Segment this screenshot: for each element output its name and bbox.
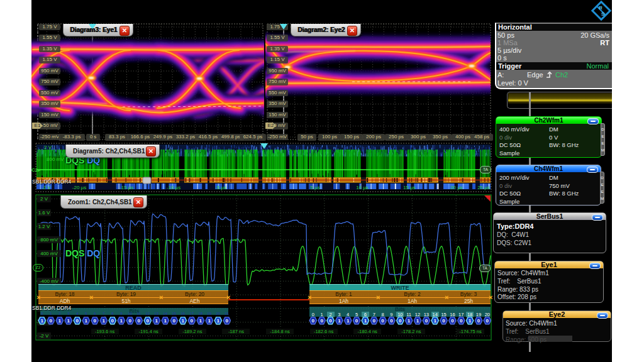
svg-text:R: R (599, 5, 602, 11)
svg-text:S: S (601, 11, 605, 17)
